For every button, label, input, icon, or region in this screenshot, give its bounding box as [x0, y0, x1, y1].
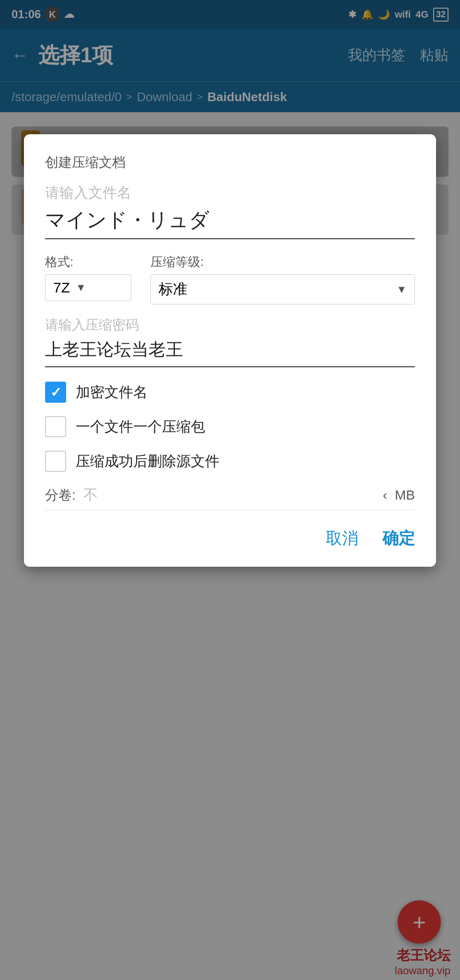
checkbox-delete-source[interactable] — [45, 451, 66, 472]
cancel-button[interactable]: 取消 — [326, 527, 358, 549]
checkbox-encrypt-filename-row: ✓ 加密文件名 — [45, 382, 415, 403]
confirm-button[interactable]: 确定 — [382, 527, 415, 549]
filename-input[interactable]: マインド・リュダ — [45, 207, 415, 239]
format-label: 格式: — [45, 254, 131, 270]
checkbox-delete-source-row: 压缩成功后删除源文件 — [45, 451, 415, 472]
volume-row: 分卷: 不 ‹ MB — [45, 485, 415, 510]
level-chevron-icon: ▼ — [396, 283, 407, 296]
dialog-title: 创建压缩文档 — [45, 153, 415, 172]
level-select[interactable]: 标准 ▼ — [150, 274, 415, 304]
create-archive-dialog: 创建压缩文档 请输入文件名 マインド・リュダ 格式: 7Z ▼ 压缩等级: 标准… — [24, 134, 436, 567]
checkbox-one-file-row: 一个文件一个压缩包 — [45, 416, 415, 437]
dialog-buttons: 取消 确定 — [45, 527, 415, 549]
filename-placeholder: 请输入文件名 — [45, 183, 415, 203]
volume-unit: MB — [395, 488, 415, 503]
format-col: 格式: 7Z ▼ — [45, 254, 131, 301]
level-label: 压缩等级: — [150, 254, 415, 270]
volume-input[interactable]: 不 — [83, 485, 375, 505]
password-input[interactable]: 上老王论坛当老王 — [45, 338, 415, 367]
password-placeholder: 请输入压缩密码 — [45, 316, 415, 334]
dialog-overlay: 创建压缩文档 请输入文件名 マインド・リュダ 格式: 7Z ▼ 压缩等级: 标准… — [0, 0, 460, 980]
format-value: 7Z — [53, 280, 70, 296]
volume-label: 分卷: — [45, 486, 76, 504]
checkmark-icon: ✓ — [50, 385, 61, 400]
checkbox-encrypt-filename[interactable]: ✓ — [45, 382, 66, 403]
checkbox-one-file[interactable] — [45, 416, 66, 437]
checkbox-encrypt-filename-label: 加密文件名 — [76, 383, 148, 402]
checkbox-one-file-label: 一个文件一个压缩包 — [76, 417, 205, 437]
volume-arrow-icon: ‹ — [383, 488, 387, 503]
level-value: 标准 — [159, 280, 391, 299]
checkbox-delete-source-label: 压缩成功后删除源文件 — [76, 452, 219, 471]
level-col: 压缩等级: 标准 ▼ — [150, 254, 415, 304]
format-level-row: 格式: 7Z ▼ 压缩等级: 标准 ▼ — [45, 254, 415, 304]
format-select[interactable]: 7Z ▼ — [45, 274, 131, 301]
format-chevron-icon: ▼ — [76, 281, 86, 294]
